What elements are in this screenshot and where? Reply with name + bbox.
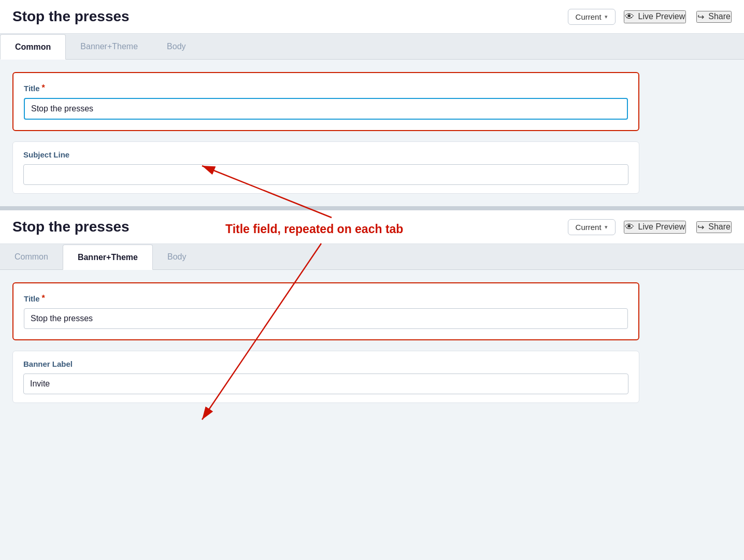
tab-banner-theme-1[interactable]: Banner+Theme (66, 34, 152, 59)
subject-line-section-1: Subject Line (12, 141, 639, 194)
panel-divider (0, 206, 744, 210)
eye-icon-1: 👁 (625, 11, 634, 22)
share-icon-1: ↪ (697, 12, 704, 22)
current-dropdown-2[interactable]: Current ▾ (568, 219, 616, 235)
main-form-1: Title * Subject Line (12, 72, 639, 194)
title-field-label-1: Title * (24, 83, 628, 93)
panel-2: Stop the presses Current ▾ 👁 Live Previe… (0, 210, 744, 415)
current-dropdown-1[interactable]: Current ▾ (568, 9, 616, 25)
chevron-down-icon-2: ▾ (605, 224, 608, 231)
share-button-2[interactable]: ↪ Share (696, 221, 732, 233)
tab-common-2[interactable]: Common (0, 244, 63, 269)
content-area-1: Title * Subject Line (0, 60, 744, 206)
subject-line-input-1[interactable] (23, 164, 628, 185)
live-preview-button-1[interactable]: 👁 Live Preview (624, 10, 686, 23)
panel-1: Stop the presses Current ▾ 👁 Live Previe… (0, 0, 744, 206)
tab-banner-theme-2[interactable]: Banner+Theme (63, 245, 153, 270)
title-input-1[interactable] (24, 98, 628, 120)
required-star-2: * (42, 294, 45, 303)
header-1: Stop the presses Current ▾ 👁 Live Previe… (0, 0, 744, 34)
banner-label-label: Banner Label (23, 360, 628, 368)
tabs-bar-2: Common Banner+Theme Body (0, 244, 744, 270)
content-area-2: Title * Banner Label (0, 270, 744, 415)
tab-body-1[interactable]: Body (152, 34, 200, 59)
header-actions-1: 👁 Live Preview ↪ Share (624, 10, 732, 23)
live-preview-button-2[interactable]: 👁 Live Preview (624, 221, 686, 234)
banner-label-input[interactable] (23, 374, 628, 394)
share-icon-2: ↪ (697, 222, 704, 232)
required-star-1: * (42, 83, 45, 93)
chevron-down-icon-1: ▾ (605, 13, 608, 20)
title-card-1: Title * (12, 72, 639, 131)
title-field-label-2: Title * (24, 294, 628, 303)
page-title-2: Stop the presses (12, 219, 560, 235)
header-actions-2: 👁 Live Preview ↪ Share (624, 221, 732, 234)
eye-icon-2: 👁 (625, 222, 634, 233)
title-card-2: Title * (12, 282, 639, 340)
page-title-1: Stop the presses (12, 8, 560, 25)
tabs-bar-1: Common Banner+Theme Body (0, 34, 744, 60)
tab-body-2[interactable]: Body (153, 244, 201, 269)
title-input-2[interactable] (24, 308, 628, 329)
header-2: Stop the presses Current ▾ 👁 Live Previe… (0, 210, 744, 244)
share-button-1[interactable]: ↪ Share (696, 11, 732, 23)
banner-label-section: Banner Label (12, 351, 639, 403)
subject-line-label-1: Subject Line (23, 150, 628, 159)
main-form-2: Title * Banner Label (12, 282, 639, 403)
tab-common-1[interactable]: Common (0, 34, 66, 60)
